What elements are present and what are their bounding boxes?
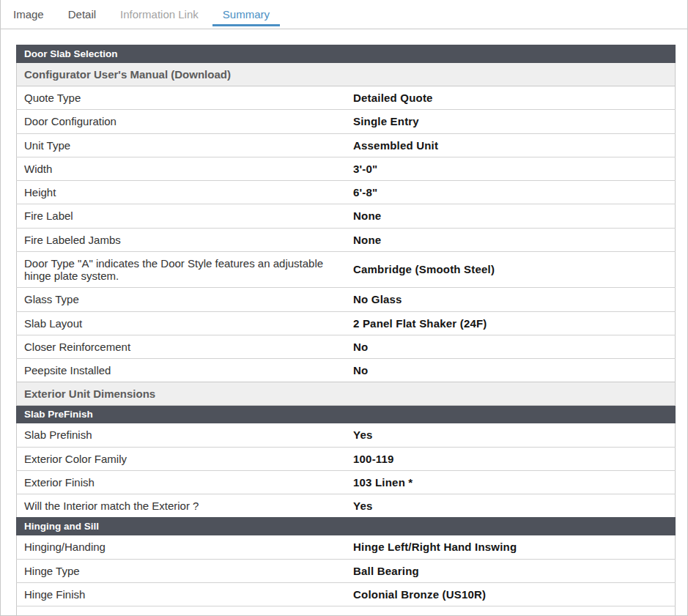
row-label: Unit Type bbox=[17, 133, 347, 157]
table-row: Height6'-8" bbox=[17, 181, 676, 204]
row-value: Detailed Quote bbox=[346, 86, 676, 110]
header-row: Door Slab Selection bbox=[17, 45, 676, 63]
row-label: Quote Type bbox=[17, 86, 347, 110]
table-row: Quote TypeDetailed Quote bbox=[17, 86, 676, 110]
row-label: Hinging/Handing bbox=[17, 535, 347, 559]
row-label: Fire Labeled Jambs bbox=[17, 228, 347, 251]
table-row: Exterior Color Family100-119 bbox=[17, 447, 676, 470]
table-row: Slab Layout2 Panel Flat Shaker (24F) bbox=[17, 311, 676, 335]
row-value: 3'-0" bbox=[346, 157, 676, 180]
table-row: Fire Labeled JambsNone bbox=[17, 228, 676, 251]
row-value: 2 Panel Flat Shaker (24F) bbox=[346, 311, 676, 335]
row-label: Closer Reinforcement bbox=[17, 335, 347, 358]
row-value: No Glass bbox=[346, 288, 676, 311]
row-label: Hinge Type bbox=[17, 559, 347, 582]
row-value: Cambridge (Smooth Steel) bbox=[346, 251, 676, 288]
table-row: Fire LabelNone bbox=[17, 204, 676, 228]
row-label: Glass Type bbox=[17, 288, 347, 311]
row-label: Peepsite Installed bbox=[17, 359, 347, 382]
row-value: Single Entry bbox=[346, 110, 676, 133]
header-row: Slab PreFinish bbox=[17, 406, 676, 423]
table-row: Closer ReinforcementNo bbox=[17, 335, 676, 358]
tab-image[interactable]: Image bbox=[3, 1, 54, 26]
section-header-label: Hinging and Sill bbox=[17, 518, 676, 535]
subheader-row: Configurator User's Manual (Download) bbox=[17, 63, 676, 86]
summary-table-body: Door Slab SelectionConfigurator User's M… bbox=[17, 45, 676, 616]
row-label: Exterior Color Family bbox=[17, 447, 347, 470]
row-value: Ball Bearing bbox=[346, 559, 676, 582]
row-label: Door Type "A" indicates the Door Style f… bbox=[17, 251, 347, 288]
summary-table: Door Slab SelectionConfigurator User's M… bbox=[16, 45, 676, 616]
section-header-label: Door Slab Selection bbox=[17, 45, 676, 63]
row-value: Colonial Bronze (US10R) bbox=[346, 582, 676, 606]
row-label: Slab Layout bbox=[17, 311, 347, 335]
row-value: No bbox=[346, 335, 676, 358]
header-row: Hinging and Sill bbox=[17, 518, 676, 535]
table-row: Glass TypeNo Glass bbox=[17, 288, 676, 311]
row-value: None bbox=[346, 204, 676, 228]
row-value: Yes bbox=[346, 494, 676, 518]
row-value: 6'-8" bbox=[346, 181, 676, 204]
row-value bbox=[346, 606, 676, 616]
row-value: Yes bbox=[346, 423, 676, 447]
row-label: Height bbox=[17, 181, 347, 204]
row-value: No bbox=[346, 359, 676, 382]
row-label: Will the Interior match the Exterior ? bbox=[17, 494, 347, 518]
row-label: Width bbox=[17, 157, 347, 180]
row-label: Exterior Finish bbox=[17, 470, 347, 494]
table-row: Peepsite InstalledNo bbox=[17, 359, 676, 382]
row-value: 100-119 bbox=[346, 447, 676, 470]
table-row: Hinge FinishColonial Bronze (US10R) bbox=[17, 582, 676, 606]
row-label: Slab Prefinish bbox=[17, 423, 347, 447]
section-header-label: Slab PreFinish bbox=[17, 406, 676, 423]
table-row: Door ConfigurationSingle Entry bbox=[17, 110, 676, 133]
table-row: Width3'-0" bbox=[17, 157, 676, 180]
table-row bbox=[17, 606, 676, 616]
row-value: Hinge Left/Right Hand Inswing bbox=[346, 535, 676, 559]
section-subheader-label: Exterior Unit Dimensions bbox=[17, 382, 676, 406]
tab-detail[interactable]: Detail bbox=[58, 1, 106, 26]
summary-content: Door Slab SelectionConfigurator User's M… bbox=[1, 29, 687, 616]
table-row: Unit TypeAssembled Unit bbox=[17, 133, 676, 157]
row-value: 103 Linen * bbox=[346, 470, 676, 494]
tab-information-link[interactable]: Information Link bbox=[110, 1, 209, 26]
section-subheader-label[interactable]: Configurator User's Manual (Download) bbox=[17, 63, 676, 86]
page-container: ImageDetailInformation LinkSummary Door … bbox=[0, 0, 688, 616]
row-label: Hinge Finish bbox=[17, 582, 347, 606]
subheader-row: Exterior Unit Dimensions bbox=[17, 382, 676, 406]
row-label bbox=[17, 606, 347, 616]
table-row: Hinging/HandingHinge Left/Right Hand Ins… bbox=[17, 535, 676, 559]
row-value: Assembled Unit bbox=[346, 133, 676, 157]
row-value: None bbox=[346, 228, 676, 251]
table-row: Exterior Finish103 Linen * bbox=[17, 470, 676, 494]
tab-bar: ImageDetailInformation LinkSummary bbox=[1, 0, 687, 29]
table-row: Hinge TypeBall Bearing bbox=[17, 559, 676, 582]
table-row: Will the Interior match the Exterior ?Ye… bbox=[17, 494, 676, 518]
tab-summary[interactable]: Summary bbox=[212, 1, 280, 26]
row-label: Door Configuration bbox=[17, 110, 347, 133]
table-row: Slab PrefinishYes bbox=[17, 423, 676, 447]
table-row: Door Type "A" indicates the Door Style f… bbox=[17, 251, 676, 288]
row-label: Fire Label bbox=[17, 204, 347, 228]
